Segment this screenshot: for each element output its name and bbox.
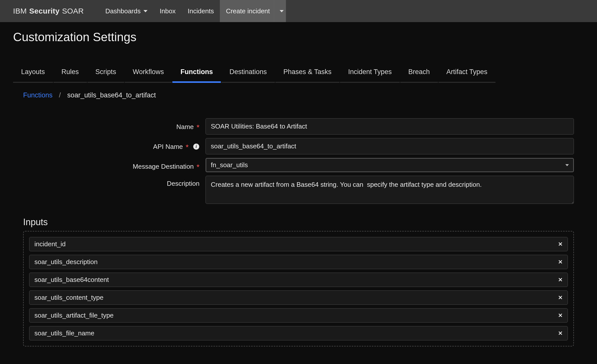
tab-scripts[interactable]: Scripts <box>87 63 124 83</box>
input-pill[interactable]: soar_utils_file_name✕ <box>29 326 568 340</box>
input-pill-label: soar_utils_content_type <box>34 294 104 301</box>
input-pill-label: incident_id <box>34 240 66 248</box>
breadcrumb-separator: / <box>59 91 61 99</box>
brand-part-2: Security <box>29 7 60 15</box>
input-pill[interactable]: soar_utils_description✕ <box>29 255 568 269</box>
tab-incident-types[interactable]: Incident Types <box>340 63 400 83</box>
nav-create-incident-dropdown[interactable] <box>274 0 286 22</box>
label-description-text: Description <box>167 180 200 187</box>
top-nav: IBM Security SOAR Dashboards Inbox Incid… <box>0 0 597 22</box>
name-input[interactable] <box>206 118 574 135</box>
tab-layouts[interactable]: Layouts <box>13 63 53 83</box>
remove-icon[interactable]: ✕ <box>558 241 563 248</box>
api-name-input[interactable] <box>206 138 574 154</box>
label-description: Description <box>23 176 206 188</box>
remove-icon[interactable]: ✕ <box>558 294 563 301</box>
remove-icon[interactable]: ✕ <box>558 259 563 265</box>
inputs-section: Inputs incident_id✕soar_utils_descriptio… <box>13 217 584 346</box>
breadcrumb: Functions / soar_utils_base64_to_artifac… <box>13 91 584 99</box>
nav-inbox-label: Inbox <box>160 7 176 15</box>
nav-create-incident-label: Create incident <box>226 7 270 15</box>
input-pill[interactable]: soar_utils_content_type✕ <box>29 290 568 305</box>
nav-dashboards[interactable]: Dashboards <box>99 0 154 22</box>
form-row-api-name: API Name * i <box>23 138 574 154</box>
input-pill-label: soar_utils_description <box>34 258 97 266</box>
tab-functions[interactable]: Functions <box>172 63 221 83</box>
description-textarea[interactable] <box>206 176 574 204</box>
brand-part-3: SOAR <box>62 7 84 15</box>
label-api-name: API Name * i <box>23 138 206 151</box>
required-asterisk: * <box>196 123 200 131</box>
remove-icon[interactable]: ✕ <box>558 330 563 337</box>
inputs-title: Inputs <box>23 217 574 227</box>
message-destination-select[interactable]: fn_soar_utils <box>206 158 574 172</box>
label-message-destination: Message Destination * <box>23 158 206 170</box>
inputs-dropzone[interactable]: incident_id✕soar_utils_description✕soar_… <box>23 231 574 346</box>
nav-inbox[interactable]: Inbox <box>154 0 182 22</box>
svg-text:i: i <box>196 144 197 149</box>
function-form: Name * API Name * i Message Destination <box>13 118 584 205</box>
tab-breach[interactable]: Breach <box>400 63 438 83</box>
breadcrumb-current: soar_utils_base64_to_artifact <box>67 91 156 99</box>
label-message-destination-text: Message Destination <box>133 163 194 170</box>
label-name-text: Name <box>176 123 194 131</box>
input-pill[interactable]: soar_utils_base64content✕ <box>29 273 568 287</box>
caret-down-icon <box>143 10 147 12</box>
page-body: Customization Settings Layouts Rules Scr… <box>0 22 597 359</box>
tab-destinations[interactable]: Destinations <box>221 63 275 83</box>
tab-phases-tasks[interactable]: Phases & Tasks <box>275 63 340 83</box>
tab-rules[interactable]: Rules <box>54 63 87 83</box>
caret-down-icon <box>280 10 284 12</box>
brand-logo: IBM Security SOAR <box>13 7 84 15</box>
input-pill-label: soar_utils_artifact_file_type <box>34 312 114 319</box>
breadcrumb-parent-link[interactable]: Functions <box>23 91 53 99</box>
form-row-message-destination: Message Destination * fn_soar_utils <box>23 158 574 172</box>
tab-artifact-types[interactable]: Artifact Types <box>438 63 495 83</box>
nav-incidents-label: Incidents <box>188 7 214 15</box>
label-api-name-text: API Name <box>153 143 183 150</box>
input-pill-label: soar_utils_file_name <box>34 329 94 337</box>
input-pill[interactable]: incident_id✕ <box>29 237 568 251</box>
remove-icon[interactable]: ✕ <box>558 277 563 283</box>
required-asterisk: * <box>186 143 189 151</box>
required-asterisk: * <box>196 163 200 171</box>
input-pill[interactable]: soar_utils_artifact_file_type✕ <box>29 308 568 323</box>
tab-workflows[interactable]: Workflows <box>125 63 172 83</box>
info-icon[interactable]: i <box>193 143 200 150</box>
page-title: Customization Settings <box>13 30 584 44</box>
form-row-name: Name * <box>23 118 574 135</box>
remove-icon[interactable]: ✕ <box>558 312 563 319</box>
tab-row: Layouts Rules Scripts Workflows Function… <box>13 63 584 83</box>
form-row-description: Description <box>23 176 574 205</box>
label-name: Name * <box>23 118 206 131</box>
input-pill-label: soar_utils_base64content <box>34 276 109 284</box>
nav-dashboards-label: Dashboards <box>105 7 140 15</box>
nav-incidents[interactable]: Incidents <box>182 0 220 22</box>
nav-create-incident[interactable]: Create incident <box>220 0 274 22</box>
brand-part-1: IBM <box>13 7 27 15</box>
